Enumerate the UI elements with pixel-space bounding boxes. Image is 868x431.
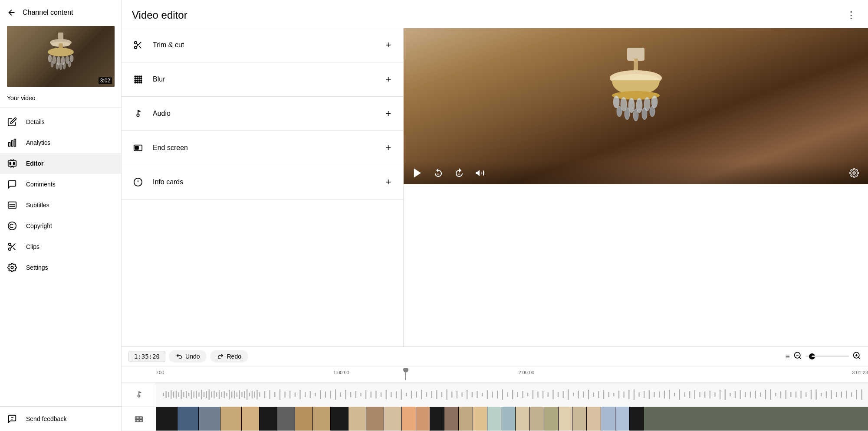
svg-point-11 (51, 61, 53, 67)
sidebar-item-comments[interactable]: Comments (0, 174, 121, 195)
svg-point-5 (48, 55, 52, 62)
send-feedback-item[interactable]: Send feedback (0, 406, 121, 431)
svg-text:10: 10 (437, 173, 440, 175)
audio-track-icon (122, 382, 156, 406)
sidebar-item-settings-label: Settings (26, 264, 48, 271)
zoom-out-button[interactable] (793, 351, 802, 362)
ruler-mark-2: 2:00:00 (518, 370, 534, 375)
svg-rect-237 (856, 390, 857, 399)
svg-point-33 (135, 78, 136, 79)
sidebar-item-settings[interactable]: Settings (0, 257, 121, 278)
svg-rect-124 (284, 392, 285, 398)
video-frame (178, 407, 199, 431)
svg-rect-191 (623, 392, 624, 398)
svg-rect-114 (247, 389, 247, 400)
sidebar-item-subtitles[interactable]: Subtitles (0, 195, 121, 216)
comment-icon (7, 179, 17, 189)
svg-point-44 (138, 82, 140, 83)
sidebar-item-details-label: Details (26, 118, 45, 125)
audio-label: Audio (153, 110, 171, 118)
sidebar-item-analytics-label: Analytics (26, 139, 50, 146)
svg-rect-188 (608, 392, 609, 397)
zoom-in-button[interactable] (852, 351, 861, 362)
blur-tool[interactable]: Blur + (122, 62, 403, 97)
video-frame (242, 407, 260, 431)
volume-button[interactable] (473, 166, 487, 180)
redo-button[interactable]: Redo (210, 350, 248, 362)
svg-rect-225 (796, 392, 796, 398)
video-frame (444, 407, 459, 431)
undo-button[interactable]: Undo (169, 350, 207, 362)
sidebar-item-comments-label: Comments (26, 181, 56, 188)
audio-tool[interactable]: Audio + (122, 97, 403, 131)
svg-rect-117 (254, 392, 255, 398)
sidebar-nav: Details Analytics Editor (0, 111, 121, 278)
svg-rect-88 (181, 390, 181, 399)
video-frame (473, 407, 487, 431)
svg-rect-165 (492, 392, 493, 398)
settings-button[interactable] (847, 166, 861, 180)
svg-rect-178 (558, 392, 559, 397)
svg-rect-197 (654, 392, 654, 397)
timeline-ruler: 0:00:00 1:00:00 2:00:00 3:01:23 (122, 366, 868, 382)
svg-rect-93 (194, 392, 194, 398)
svg-point-80 (138, 395, 140, 397)
sidebar-item-editor[interactable]: Editor (0, 153, 121, 174)
sidebar-item-details[interactable]: Details (0, 111, 121, 132)
svg-point-36 (135, 80, 136, 81)
video-frame (459, 407, 473, 431)
svg-rect-203 (684, 392, 685, 397)
svg-rect-194 (638, 392, 639, 397)
svg-rect-182 (578, 391, 579, 398)
svg-rect-16 (9, 143, 10, 146)
svg-rect-181 (573, 393, 574, 396)
svg-point-15 (68, 61, 71, 67)
gear-icon (7, 262, 17, 273)
svg-rect-192 (628, 390, 629, 399)
svg-rect-89 (183, 392, 184, 397)
svg-rect-108 (231, 392, 232, 398)
end-screen-add-button[interactable]: + (384, 140, 393, 155)
sidebar-item-copyright[interactable]: Copyright (0, 216, 121, 236)
zoom-slider[interactable] (806, 356, 849, 357)
video-frame (530, 407, 544, 431)
blur-add-button[interactable]: + (384, 72, 393, 87)
svg-rect-144 (386, 390, 387, 399)
svg-rect-159 (461, 392, 462, 397)
svg-rect-168 (507, 392, 508, 397)
rewind-10-button[interactable]: 10 (431, 166, 445, 180)
main-content: Video editor ⋮ Trim & cut + (122, 0, 868, 431)
trim-cut-add-button[interactable]: + (384, 38, 393, 52)
svg-rect-232 (831, 390, 832, 399)
video-frame (402, 407, 416, 431)
svg-rect-175 (542, 391, 543, 398)
end-screen-tool[interactable]: End screen + (122, 131, 403, 165)
hamburger-icon[interactable]: ≡ (785, 352, 790, 361)
play-button[interactable] (411, 166, 424, 180)
svg-rect-113 (244, 391, 245, 398)
svg-rect-128 (305, 392, 306, 397)
svg-point-38 (138, 80, 140, 81)
back-button[interactable] (7, 8, 16, 17)
tools-panel: Trim & cut + (122, 28, 404, 346)
ruler: 0:00:00 1:00:00 2:00:00 3:01:23 (156, 368, 868, 380)
svg-rect-155 (441, 392, 442, 397)
svg-rect-135 (340, 392, 341, 397)
svg-rect-118 (256, 390, 257, 399)
video-frame (501, 407, 516, 431)
scissors-icon (7, 242, 17, 252)
ruler-mark-3: 3:01:23 (852, 370, 868, 375)
trim-cut-tool[interactable]: Trim & cut + (122, 28, 403, 62)
svg-point-45 (141, 82, 142, 83)
audio-add-button[interactable]: + (384, 106, 393, 121)
sidebar-item-clips[interactable]: Clips (0, 236, 121, 257)
info-cards-tool[interactable]: Info cards + (122, 165, 403, 199)
forward-10-button[interactable]: 10 (452, 166, 466, 180)
info-cards-add-button[interactable]: + (384, 175, 393, 189)
video-frame (430, 407, 444, 431)
svg-rect-207 (704, 392, 705, 398)
more-options-button[interactable]: ⋮ (845, 8, 858, 23)
video-frame (630, 407, 644, 431)
video-frame (487, 407, 502, 431)
sidebar-item-analytics[interactable]: Analytics (0, 132, 121, 153)
